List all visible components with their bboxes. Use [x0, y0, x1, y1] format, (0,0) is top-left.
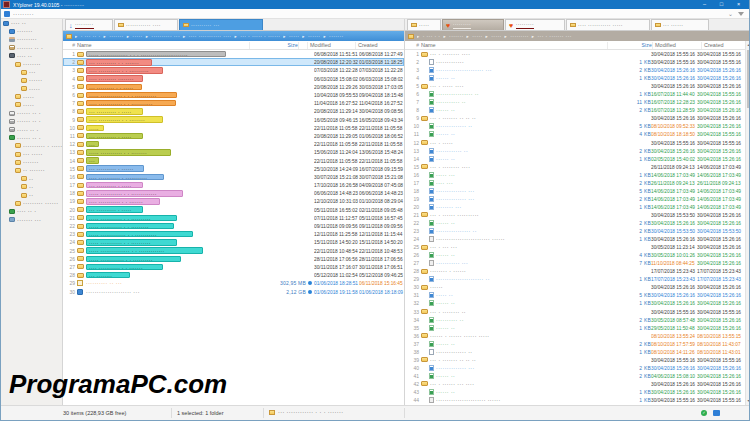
breadcrumb-segment[interactable]: ···· ··········· ····	[189, 33, 232, 39]
file-row[interactable]: 33··· · ········ ··30/04/2018 15:55:1630…	[405, 308, 750, 316]
tree-item[interactable]: ·····	[1, 101, 62, 109]
file-row[interactable]: 42··· · ······ ··· ····30/04/2018 15:26:…	[405, 380, 750, 388]
breadcrumb-segment[interactable]: ·······	[109, 33, 123, 39]
column-header-size[interactable]: Size	[249, 42, 298, 49]
file-row[interactable]: 32······ ··1 KB30/04/2018 15:26:1630/04/…	[405, 299, 750, 307]
file-row[interactable]: 3······················ ···2 KB30/04/201…	[405, 66, 750, 74]
column-header-modified[interactable]: Modified	[307, 42, 355, 49]
file-row[interactable]: 19·············· ···2 KB14/06/2018 17:03…	[405, 195, 750, 203]
file-row[interactable]: 16····· ···1 KB14/06/2018 17:03:4914/06/…	[405, 171, 750, 179]
breadcrumb-segment[interactable]: ·····	[491, 33, 501, 39]
tree-item[interactable]: ·· ·······	[1, 166, 62, 174]
file-row[interactable]: 13············ ··2 KB30/04/2018 15:26:16…	[405, 147, 750, 155]
tree-item[interactable]: ········	[1, 60, 62, 68]
tree-item[interactable]: ···	[1, 68, 62, 76]
tree-item[interactable]: ·······	[1, 27, 62, 35]
file-row[interactable]: 28········ · ······17/07/2018 15:23:4317…	[405, 267, 750, 275]
file-row[interactable]: 20··· ·········· · ·····05/11/2018 16:55…	[63, 206, 404, 214]
file-row[interactable]: 11······ ··4 KB08/10/2018 18:18:5030/04/…	[405, 130, 750, 138]
breadcrumb-segment[interactable]: ·······	[449, 33, 463, 39]
right-scrollbar[interactable]: ▴ ▾	[745, 41, 750, 405]
breadcrumb-segment[interactable]: ·······	[329, 33, 343, 39]
breadcrumb-segment[interactable]: ·····	[289, 33, 299, 39]
file-row[interactable]: 15··· ·········· · ······25/10/2018 14:2…	[63, 165, 404, 173]
minimize-button[interactable]: –	[696, 0, 713, 9]
tree-item[interactable]: ·····	[1, 93, 62, 101]
file-row[interactable]: 38·············· ··1 KB08/10/2018 14:11:…	[405, 348, 750, 356]
file-row[interactable]: 11··· ·········· · ·····20/08/2018 11:29…	[63, 132, 404, 140]
column-header-name[interactable]: Name	[421, 42, 607, 48]
breadcrumb-segment[interactable]: · ··· · ·	[423, 33, 441, 39]
file-row[interactable]: 29······················ ··1 KB17/07/201…	[405, 275, 750, 283]
file-row[interactable]: 13····· ··········· · · ········15/06/20…	[63, 148, 404, 156]
file-row[interactable]: 27···· ··········· · · ·······30/11/2018…	[63, 263, 404, 271]
file-row[interactable]: 22······ ··2 KB30/04/2018 15:26:1630/04/…	[405, 219, 750, 227]
tree-item[interactable]: ······· ·· ·	[1, 44, 62, 52]
file-row[interactable]: 29·········· ·· ···302,95 MB01/06/2018 1…	[63, 279, 404, 287]
tab[interactable]: ·········· ···	[179, 19, 263, 30]
tree-item[interactable]: ···· ··	[1, 52, 62, 60]
file-row[interactable]: 6····· ··········· · · · ···········10/0…	[63, 91, 404, 99]
breadcrumb-segment[interactable]: ·········· ···	[151, 33, 180, 39]
file-row[interactable]: 15··· · ········ ····26/11/2018 09:24:13…	[405, 163, 750, 171]
tree-item[interactable]: ········· ······	[1, 199, 62, 207]
breadcrumb-segment[interactable]: ·····	[132, 33, 142, 39]
tab[interactable]: ↓·········	[65, 19, 113, 30]
file-row[interactable]: 25····· ··············· · · ············…	[63, 247, 404, 255]
file-row[interactable]: 18····· ··········· · · ·············06/…	[63, 189, 404, 197]
file-row[interactable]: 28··· ········05/12/2018 11:02:5405/12/2…	[63, 271, 404, 279]
tree-item[interactable]: ·········· · ·····	[1, 142, 62, 150]
file-row[interactable]: 25··· · ··· ···30/05/2018 11:23:1430/04/…	[405, 243, 750, 251]
file-row[interactable]: 21····· ··········· · · ··········07/11/…	[63, 214, 404, 222]
file-row[interactable]: 1··· · ········ ····30/04/2018 15:55:163…	[405, 50, 750, 58]
file-row[interactable]: 14······ ··1 KB02/05/2018 15:40:0230/04/…	[405, 155, 750, 163]
file-row[interactable]: 37······ ··2 KB08/10/2018 17:57:5908/10/…	[405, 340, 750, 348]
tree-item[interactable]: ······	[1, 76, 62, 84]
file-row[interactable]: 2··· ·········· · · ·······20/08/2018 12…	[63, 58, 404, 66]
tree-item[interactable]: ······ ·· ·	[1, 134, 62, 142]
file-row[interactable]: 14···22/11/2018 11:05:5822/11/2018 11:05…	[63, 156, 404, 164]
file-row[interactable]: 18·············· ···5 KB14/06/2018 17:03…	[405, 187, 750, 195]
tree-item[interactable]: ·······	[1, 158, 62, 166]
file-row[interactable]: 36······ · ······ ······ ·····08/10/2018…	[405, 332, 750, 340]
address-text[interactable]: ·········	[13, 11, 34, 17]
tab[interactable]: ♥·········	[505, 19, 565, 30]
file-row[interactable]: 35······ ··1 KB29/05/2018 11:50:4830/04/…	[405, 324, 750, 332]
tree-item[interactable]: ······ ·· ·	[1, 117, 62, 125]
file-row[interactable]: 24························· ······1 KB30…	[405, 235, 750, 243]
file-row[interactable]: 30······30/04/2018 15:26:1630/04/2018 15…	[405, 283, 750, 291]
file-row[interactable]: 16···· ··········· · ···········30/07/20…	[63, 173, 404, 181]
file-row[interactable]: 9···· ··········· · · ········16/05/2018…	[63, 116, 404, 124]
tab[interactable]: ··· ······	[651, 19, 709, 30]
file-row[interactable]: 40·············· ···2 KB30/04/2018 15:26…	[405, 364, 750, 372]
file-row[interactable]: 9··· · ······· ·· ·· ··30/04/2018 15:26:…	[405, 114, 750, 122]
file-row[interactable]: 34·········· ··2 KB30/05/2018 08:57:4830…	[405, 316, 750, 324]
file-row[interactable]: 7···· ············ · · ···········11/04/…	[63, 99, 404, 107]
tab[interactable]: ·····	[407, 19, 441, 30]
tree-item[interactable]: ··	[1, 183, 62, 191]
tab[interactable]: ···· ··········· ·····	[566, 19, 650, 30]
file-row[interactable]: 5··· ········· · · ·····20/08/2018 11:29…	[63, 83, 404, 91]
breadcrumb-segment[interactable]: ·····	[472, 33, 482, 39]
file-row[interactable]: 44······················· ······1 KB30/0…	[405, 396, 750, 404]
column-header-size[interactable]: Size	[607, 42, 652, 49]
column-header-num[interactable]: #	[405, 42, 421, 48]
file-row[interactable]: 26····· ············ · · ··········28/11…	[63, 255, 404, 263]
file-row[interactable]: 8······ ··2 KB16/07/2018 11:28:5930/04/2…	[405, 106, 750, 114]
tab[interactable]: ············ ····	[114, 19, 178, 30]
file-row[interactable]: 12···22/11/2018 11:05:5822/11/2018 11:05…	[63, 140, 404, 148]
column-header-num[interactable]: #	[63, 42, 77, 48]
breadcrumb-segment[interactable]: · ··· ·· ·	[81, 33, 101, 39]
tree-item[interactable]: ····· ·· ·	[1, 125, 62, 133]
breadcrumb-segment[interactable]: ··· · ······· ···	[538, 33, 572, 39]
file-row[interactable]: 21··· · ······ ··········30/04/2018 15:5…	[405, 211, 750, 219]
file-row[interactable]: 19···· ··········· · · ·······12/10/2018…	[63, 197, 404, 205]
scroll-up-icon[interactable]: ▴	[746, 41, 750, 49]
menu-icon[interactable]	[4, 11, 10, 17]
chevron-down-icon[interactable]: ⌄	[728, 11, 733, 17]
scroll-down-icon[interactable]: ▾	[746, 397, 750, 405]
file-row[interactable]: 2·············1 KB30/04/2018 15:55:1630/…	[405, 58, 750, 66]
tree-item[interactable]: ······· ···	[1, 216, 62, 224]
tree-item[interactable]: ··· ·····	[1, 150, 62, 158]
file-row[interactable]: 22····· ··········· · · ·········09/11/2…	[63, 222, 404, 230]
